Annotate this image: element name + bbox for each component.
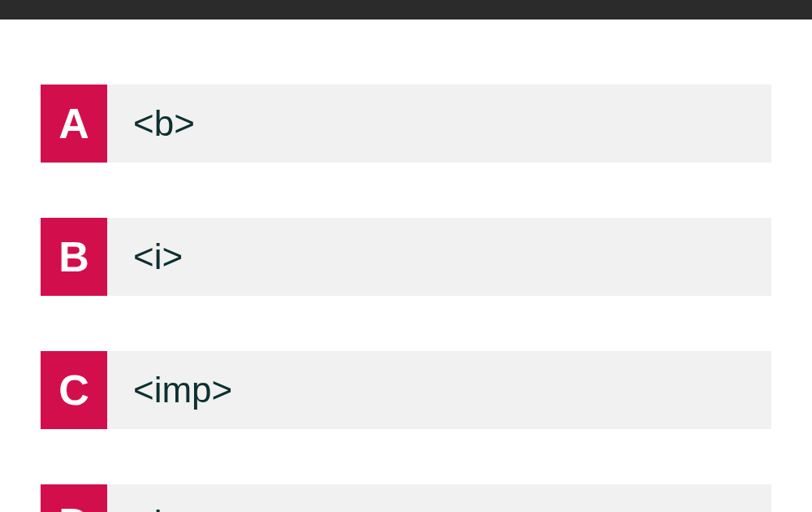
- option-text: <important>: [107, 484, 771, 512]
- option-text: <b>: [107, 85, 771, 163]
- top-bar: [0, 0, 812, 20]
- option-letter: A: [41, 85, 107, 163]
- answer-option-a[interactable]: A <b>: [41, 85, 771, 163]
- option-letter: C: [41, 351, 107, 429]
- answer-options-list: A <b> B <i> C <imp> D <important>: [0, 20, 812, 512]
- answer-option-d[interactable]: D <important>: [41, 484, 771, 512]
- answer-option-b[interactable]: B <i>: [41, 218, 771, 296]
- option-text: <imp>: [107, 351, 771, 429]
- option-letter: B: [41, 218, 107, 296]
- answer-option-c[interactable]: C <imp>: [41, 351, 771, 429]
- option-text: <i>: [107, 218, 771, 296]
- option-letter: D: [41, 484, 107, 512]
